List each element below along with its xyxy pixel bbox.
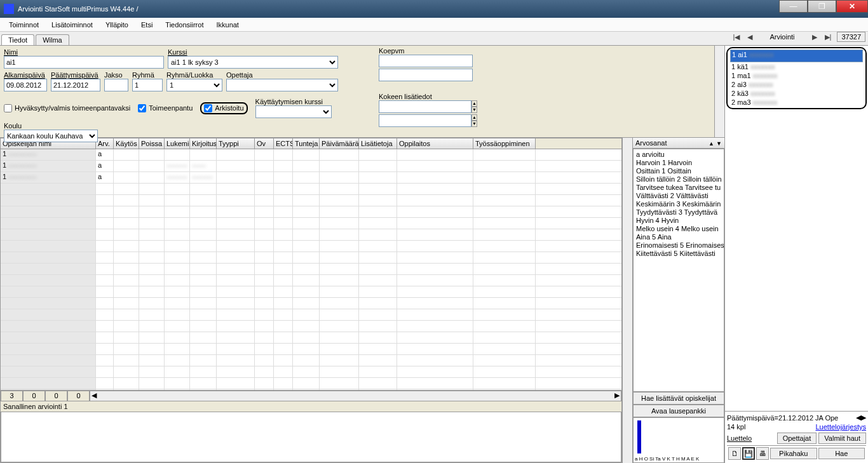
table-row[interactable]: [1, 344, 621, 355]
scroll-left-icon[interactable]: ◀: [856, 413, 861, 421]
grid-vertical-scrollbar[interactable]: [622, 138, 632, 463]
table-row[interactable]: [1, 355, 621, 366]
sanallinen-textarea[interactable]: [1, 412, 621, 462]
opettaja-select[interactable]: [226, 79, 338, 91]
menu-tiedonsiirrot[interactable]: Tiedonsiirrot: [159, 21, 210, 29]
koepvm-input[interactable]: [379, 55, 473, 67]
table-row[interactable]: [1, 298, 621, 309]
menu-ikkunat[interactable]: Ikkunat: [210, 21, 245, 29]
filter-info: Päättymispäivä=21.12.2012 JA Ope ◀▶ 14 k…: [725, 411, 868, 463]
table-row[interactable]: 1 ————a—————: [1, 161, 621, 172]
menu-lisatoiminnot[interactable]: Lisätoiminnot: [45, 21, 99, 29]
avaa-lausepankki-button[interactable]: Avaa lausepankki: [633, 405, 724, 417]
arvosanat-item[interactable]: Melko usein 4 Melko usein: [636, 225, 721, 233]
toimeenpantu-checkbox[interactable]: Toimeenpantu: [138, 104, 193, 112]
kaytt-select[interactable]: [255, 105, 332, 118]
pikahaku-button[interactable]: Pikahaku: [770, 448, 817, 459]
table-row[interactable]: [1, 286, 621, 298]
scroll-right-icon[interactable]: ▶: [861, 413, 866, 421]
kokeen-input[interactable]: [379, 100, 471, 113]
table-row[interactable]: 1 ————a: [1, 149, 621, 161]
arvosanat-item[interactable]: Tyydyttävästi 3 Tyydyttävä: [636, 208, 721, 217]
nav-last-icon[interactable]: ▶|: [823, 33, 834, 41]
print-icon[interactable]: 🖶: [756, 447, 769, 460]
arvosanat-item[interactable]: Tarvitsee tukea Tarvitsee tu: [636, 184, 721, 192]
table-row[interactable]: [1, 195, 621, 206]
spinner-up-icon[interactable]: ▲: [471, 100, 477, 107]
arvosanat-item[interactable]: Silloin tällöin 2 Silloin tällöin: [636, 175, 721, 184]
arvosanat-item[interactable]: Osittain 1 Osittain: [636, 167, 721, 175]
arvosanat-item[interactable]: a arvioitu: [636, 151, 721, 159]
table-row[interactable]: [1, 366, 621, 378]
luettelojarjestys-link[interactable]: Luettelojärjestys: [816, 423, 867, 431]
course-list-item[interactable]: 1 ma1 xxxxxxx: [730, 71, 863, 80]
alkamis-input[interactable]: [4, 79, 47, 91]
ryhmaluokka-select[interactable]: 1: [166, 79, 222, 91]
course-list-item[interactable]: 2 kä3 xxxxxxx: [730, 89, 863, 98]
hae-lisattavat-button[interactable]: Hae lisättävät opiskelijat: [633, 392, 724, 405]
nav-prev-icon[interactable]: ◀: [745, 33, 754, 41]
record-navigator: |◀ ◀ Arviointi ▶ ▶| 37327: [731, 32, 865, 42]
save-icon[interactable]: 💾: [742, 447, 755, 460]
luettelo-label[interactable]: Luettelo: [727, 434, 752, 442]
table-row[interactable]: [1, 309, 621, 321]
arvosanat-item[interactable]: Erinomaisesti 5 Erinomaisesti: [636, 241, 721, 250]
ryhma-input[interactable]: [132, 79, 163, 91]
arvosanat-item[interactable]: Harvoin 1 Harvoin: [636, 159, 721, 167]
arvosanat-item[interactable]: Kiitettävästi 5 Kiitettävästi: [636, 250, 721, 258]
kokeen-input2[interactable]: [379, 114, 471, 127]
course-list-item[interactable]: 2 ma3 xxxxxxx: [730, 98, 863, 107]
nav-next-icon[interactable]: ▶: [810, 33, 819, 41]
arkistoitu-checkbox[interactable]: Arkistoitu: [204, 104, 243, 112]
arvosanat-list[interactable]: a arvioituHarvoin 1 HarvoinOsittain 1 Os…: [633, 149, 724, 392]
spinner-down-icon[interactable]: ▼: [471, 107, 477, 113]
kurssi-select[interactable]: ai1 1 lk syksy 3: [168, 56, 338, 69]
tab-tiedot[interactable]: Tiedot: [1, 34, 34, 45]
close-button[interactable]: ✕: [836, 0, 868, 13]
arvosanat-item[interactable]: Hyvin 4 Hyvin: [636, 217, 721, 225]
table-row[interactable]: [1, 229, 621, 241]
menu-toiminnot[interactable]: Toiminnot: [3, 21, 45, 29]
spinner-up-icon[interactable]: ▲: [471, 114, 477, 121]
table-row[interactable]: [1, 275, 621, 286]
table-row[interactable]: [1, 241, 621, 252]
course-list-item[interactable]: 1 kä1 xxxxxxx: [730, 62, 863, 71]
table-row[interactable]: [1, 378, 621, 389]
course-list[interactable]: 1 ai1 xxxxxxx1 kä1 xxxxxxx1 ma1 xxxxxxx2…: [725, 46, 868, 411]
form-scrollbar[interactable]: [714, 46, 724, 137]
hyvaksytty-checkbox[interactable]: Hyväksytty/valmis toimeenpantavaksi: [4, 104, 130, 112]
app-icon: [4, 4, 14, 14]
koulu-label: Koulu: [4, 122, 98, 130]
menu-yllapito[interactable]: Ylläpito: [99, 21, 135, 29]
tab-wilma[interactable]: Wilma: [36, 34, 69, 45]
minimize-button[interactable]: —: [779, 0, 808, 13]
maximize-button[interactable]: ❐: [808, 0, 836, 13]
koulu-select[interactable]: Kankaan koulu Kauhava: [4, 130, 98, 142]
table-row[interactable]: [1, 321, 621, 332]
horizontal-scrollbar[interactable]: ◀▶: [90, 391, 621, 401]
arvosanat-item[interactable]: Aina 5 Aina: [636, 233, 721, 241]
arvosanat-item[interactable]: Keskimäärin 3 Keskimäärin: [636, 200, 721, 208]
valmiit-haut-button[interactable]: Valmiit haut: [818, 433, 866, 444]
jakso-input[interactable]: [104, 79, 128, 91]
table-row[interactable]: [1, 252, 621, 264]
opettajat-button[interactable]: Opettajat: [777, 433, 817, 444]
table-row[interactable]: [1, 264, 621, 275]
arvosanat-item[interactable]: Välttävästi 2 Välttävästi: [636, 192, 721, 200]
course-list-item[interactable]: 1 ai1 xxxxxxx: [730, 50, 863, 62]
table-row[interactable]: [1, 184, 621, 195]
table-row[interactable]: 1 ————a——————: [1, 172, 621, 184]
menu-etsi[interactable]: Etsi: [135, 21, 159, 29]
table-row[interactable]: [1, 218, 621, 229]
nav-first-icon[interactable]: |◀: [731, 33, 742, 41]
table-row[interactable]: [1, 332, 621, 344]
course-list-item[interactable]: 2 ai3 xxxxxxx: [730, 80, 863, 89]
spinner-down-icon[interactable]: ▼: [471, 121, 477, 127]
hae-button[interactable]: Hae: [818, 448, 865, 459]
table-row[interactable]: [1, 206, 621, 218]
opettaja-label: Opettaja: [226, 71, 338, 79]
new-icon[interactable]: 🗋: [728, 447, 741, 460]
koepvm-input2[interactable]: [379, 69, 473, 81]
nimi-input[interactable]: [4, 56, 164, 69]
paatty-input[interactable]: [51, 79, 100, 91]
